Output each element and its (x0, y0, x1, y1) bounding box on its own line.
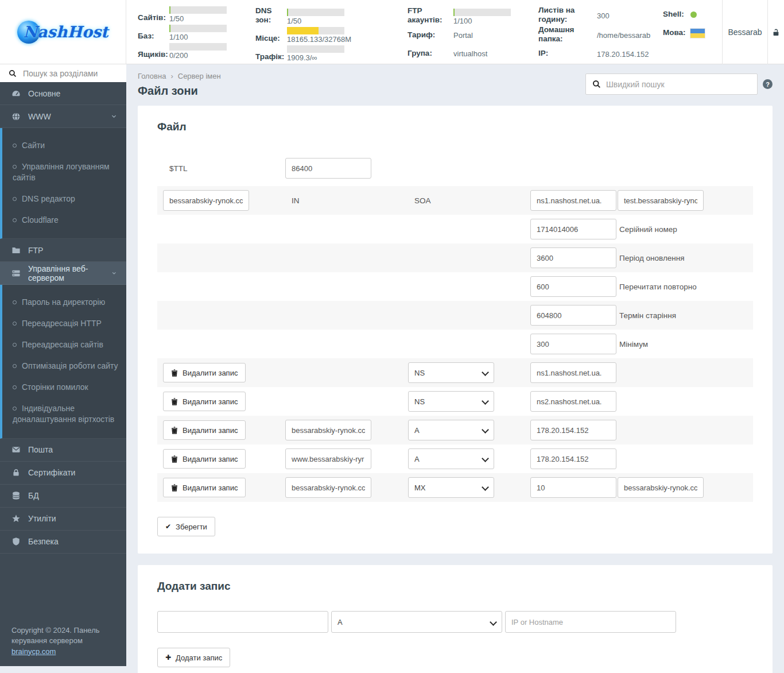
brainycp-link[interactable]: brainycp.com (11, 647, 56, 656)
record-value-input[interactable] (530, 391, 616, 412)
stats-col-shell-lang: Shell: Мова: (663, 6, 722, 64)
folder-icon (11, 246, 21, 255)
sidebar-item-mail[interactable]: Пошта (0, 439, 126, 462)
record-type-select[interactable]: NS (408, 391, 494, 412)
soa-serial-label: Серійний номер (618, 225, 753, 234)
delete-record-button[interactable]: Видалити запис (163, 420, 246, 440)
sidebar-item-ftp[interactable]: FTP (0, 239, 126, 262)
sidebar-item-cloudflare[interactable]: Cloudflare (2, 210, 126, 231)
server-icon (11, 269, 21, 278)
record-type-select[interactable]: A (408, 448, 494, 469)
sidebar-item-site-logging[interactable]: Управління логуванням сайтів (2, 156, 126, 188)
database-icon (11, 491, 21, 500)
sidebar-item-webserver-management[interactable]: Управління веб-сервером (0, 262, 126, 285)
stat-label: Група: (407, 49, 453, 59)
soa-refresh-input[interactable] (530, 247, 616, 268)
add-record-card: Додати запис A ✚ Додати запис (138, 565, 773, 673)
soa-name-input[interactable] (163, 190, 249, 211)
new-record-value-input[interactable] (505, 611, 676, 633)
ttl-label: $TTL (163, 164, 285, 173)
sidebar-search[interactable] (0, 64, 126, 82)
soa-minimum-label: Мінімум (618, 340, 753, 349)
soa-admin-input[interactable] (618, 190, 704, 211)
soa-class: IN (285, 196, 408, 205)
new-record-name-input[interactable] (157, 611, 328, 633)
breadcrumb-home[interactable]: Головна (138, 72, 166, 80)
soa-serial-row: Серійний номер (157, 215, 753, 243)
add-record-button[interactable]: ✚ Додати запис (157, 648, 230, 667)
quick-search-input[interactable] (606, 80, 751, 89)
sidebar-item-sites[interactable]: Сайти (2, 135, 126, 156)
stats-col-ftp-plan: FTP акаунтів: 1/100 Тариф: Portal Група:… (407, 6, 538, 64)
circle-bullet-icon (13, 322, 17, 326)
soa-minimum-row: Мінімум (157, 330, 753, 358)
ttl-input[interactable] (285, 158, 371, 179)
stat-shell: Shell: (663, 6, 722, 23)
sidebar-item-www[interactable]: WWW (0, 105, 126, 128)
logout-lock-icon[interactable] (767, 0, 784, 64)
sidebar-item-site-optimization[interactable]: Оптимізація роботи сайту (2, 355, 126, 377)
sidebar-item-utilities[interactable]: Утиліти (0, 508, 126, 531)
record-value-input[interactable] (530, 448, 616, 469)
help-icon[interactable]: ? (763, 79, 773, 89)
record-value-input[interactable] (530, 362, 616, 383)
sidebar-item-label: Безпека (28, 537, 59, 546)
brand-logo[interactable]: NashHost (17, 21, 108, 44)
sidebar-item-error-pages[interactable]: Сторінки помилок (2, 377, 126, 398)
sidebar-item-dns-editor[interactable]: DNS редактор (2, 188, 126, 210)
sidebar-item-databases[interactable]: БД (0, 485, 126, 508)
stat-value: 300 (597, 11, 610, 20)
soa-minimum-input[interactable] (530, 334, 616, 354)
stat-ftp-accounts: FTP акаунтів: 1/100 (407, 6, 538, 25)
soa-retry-input[interactable] (530, 276, 616, 297)
page-title: Файл зони (138, 84, 221, 98)
delete-record-button[interactable]: Видалити запис (163, 478, 246, 497)
sidebar-item-security[interactable]: Безпека (0, 531, 126, 554)
dashboard-icon (11, 89, 21, 98)
databases-progress-bar (169, 25, 227, 32)
sidebar-item-label: Сертифікати (28, 468, 75, 477)
stat-label: FTP акаунтів: (407, 6, 453, 25)
delete-record-button[interactable]: Видалити запис (163, 392, 246, 411)
record-type-select[interactable]: A (408, 420, 494, 440)
sidebar-item-http-redirect[interactable]: Переадресація HTTP (2, 313, 126, 334)
sidebar-item-vhost-custom-config[interactable]: Індивідуальне доналаштування віртхостів (2, 398, 126, 430)
soa-primary-ns-input[interactable] (530, 190, 616, 211)
new-record-type-select[interactable]: A (331, 611, 502, 633)
brand-name: NashHost (23, 23, 108, 41)
ukraine-flag-icon[interactable] (690, 29, 705, 38)
sidebar-item-certificates[interactable]: Сертифікати (0, 462, 126, 485)
breadcrumb-nameserver[interactable]: Сервер імен (166, 72, 220, 80)
record-name-input[interactable] (285, 448, 371, 469)
quick-search[interactable] (585, 74, 758, 95)
record-value-input[interactable] (530, 420, 616, 440)
record-name-input[interactable] (285, 420, 371, 440)
sidebar-item-directory-password[interactable]: Пароль на директорію (2, 292, 126, 313)
sidebar-item-main[interactable]: Основне (0, 82, 126, 105)
stat-value: 1909.3/∞ (287, 53, 344, 62)
soa-serial-input[interactable] (530, 219, 616, 239)
stats-col-account-info: Листів на годину: 300 Домашня папка: /ho… (538, 6, 663, 64)
record-type-select[interactable]: NS (408, 362, 494, 383)
record-type-select-wrap: MX (408, 477, 494, 498)
record-mx-target-input[interactable] (618, 477, 704, 498)
soa-expire-input[interactable] (530, 305, 616, 326)
sidebar-search-input[interactable] (23, 69, 118, 78)
user-menu[interactable]: Bessarab (722, 0, 767, 64)
record-type-select[interactable]: MX (408, 477, 494, 498)
record-name-input[interactable] (285, 477, 371, 498)
soa-retry-label: Перечитати повторно (618, 283, 753, 291)
stat-label: Місце: (255, 34, 287, 44)
save-button[interactable]: ✔ Зберегти (157, 517, 215, 536)
sidebar-item-site-redirect[interactable]: Переадресація сайтів (2, 334, 126, 355)
delete-record-button[interactable]: Видалити запис (163, 363, 246, 382)
sidebar-item-label: БД (28, 491, 39, 500)
star-icon (11, 514, 21, 523)
add-record-form: A (157, 611, 753, 633)
record-row-ns2: Видалити запис NS (157, 387, 753, 416)
circle-bullet-icon (13, 364, 17, 368)
delete-record-button[interactable]: Видалити запис (163, 449, 246, 469)
stat-ip: IP: 178.20.154.152 (538, 45, 663, 62)
record-priority-input[interactable] (530, 477, 616, 498)
disk-space-progress-bar (287, 27, 344, 34)
